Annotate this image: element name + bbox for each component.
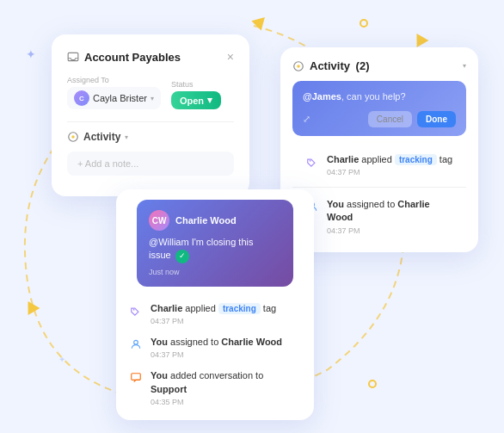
add-note-button[interactable]: + Add a note... bbox=[67, 152, 234, 176]
reply-time-0: 04:37 PM bbox=[327, 168, 452, 176]
svg-point-8 bbox=[310, 159, 311, 161]
assigned-avatar: C bbox=[74, 90, 89, 106]
bubble-text: @William I'm closing this issue ✓ bbox=[149, 236, 281, 263]
status-value: Open bbox=[180, 96, 204, 106]
status-chevron: ▾ bbox=[207, 95, 212, 106]
field-row: Assigned to C Cayla Brister ▾ Status Ope… bbox=[67, 76, 234, 109]
svg-point-7 bbox=[297, 65, 300, 68]
divider bbox=[67, 121, 234, 122]
bubble-handle: @William I'm closing this bbox=[149, 237, 253, 247]
activity-time-2: 04:35 PM bbox=[151, 398, 302, 406]
reply-activity-text-0: Charlie applied tracking tag bbox=[327, 153, 452, 166]
add-note-label: + Add a note... bbox=[77, 158, 138, 169]
activity-actor-2: You bbox=[151, 370, 168, 380]
reply-actor-1: You bbox=[327, 199, 344, 209]
reply-divider bbox=[292, 187, 466, 188]
message-text: , can you help? bbox=[341, 91, 406, 102]
activity-content-1: You assigned to Charlie Wood 04:37 PM bbox=[151, 336, 282, 359]
assigned-field: Assigned to C Cayla Brister ▾ bbox=[67, 76, 161, 109]
svg-rect-5 bbox=[132, 374, 141, 380]
reply-card-header: Activity (2) ▾ bbox=[292, 59, 466, 72]
reply-tag-icon-0 bbox=[304, 154, 320, 170]
reply-bubble-footer: ⤢ Cancel Done bbox=[303, 111, 456, 127]
activity-actor-1: You bbox=[151, 337, 168, 347]
activity-count: (2) bbox=[356, 59, 370, 72]
activity-target-1: Charlie Wood bbox=[221, 337, 282, 347]
payables-header-left: Account Payables bbox=[67, 51, 181, 64]
svg-point-2 bbox=[71, 135, 75, 139]
reply-activity-content-1: You assigned to Charlie Wood 04:37 PM bbox=[327, 198, 454, 235]
activity-label: Activity bbox=[310, 59, 350, 72]
activity-text-1: You assigned to Charlie Wood bbox=[151, 336, 282, 349]
bubble-name: Charlie Wood bbox=[175, 215, 237, 226]
activity-tag-0: tracking bbox=[218, 303, 261, 314]
activity-content-2: You added conversation to Support 04:35 … bbox=[151, 369, 302, 406]
tag-icon-0 bbox=[128, 303, 144, 319]
activity-item-2: You added conversation to Support 04:35 … bbox=[116, 364, 314, 411]
deco-arrow-right bbox=[411, 30, 429, 47]
bubble-avatar: CW bbox=[149, 210, 169, 231]
done-button[interactable]: Done bbox=[417, 111, 456, 127]
svg-point-4 bbox=[134, 340, 138, 344]
reply-activity-item-0: Charlie applied tracking tag 04:37 PM bbox=[292, 148, 466, 182]
reply-card-items: Charlie applied tracking tag 04:37 PM Yo… bbox=[292, 145, 466, 240]
deco-circle-top bbox=[360, 19, 368, 28]
activity-content-0: Charlie applied tracking tag 04:37 PM bbox=[151, 302, 276, 325]
expand-icon[interactable]: ⤢ bbox=[303, 114, 310, 125]
payables-title: Account Payables bbox=[84, 51, 181, 64]
activity-chevron: ▾ bbox=[125, 133, 128, 141]
activity-text-0: Charlie applied tracking tag bbox=[151, 302, 276, 315]
activity-section-header: Activity ▾ bbox=[67, 131, 234, 143]
reply-activity-icon bbox=[292, 60, 304, 72]
activity-time-0: 04:37 PM bbox=[151, 317, 276, 325]
bubble-header: CW Charlie Wood bbox=[149, 210, 281, 231]
check-badge: ✓ bbox=[175, 250, 189, 263]
reply-input-bubble[interactable]: @James, can you help? ⤢ Cancel Done bbox=[292, 81, 466, 136]
card-payables: Account Payables × Assigned to C Cayla B… bbox=[52, 34, 249, 196]
reply-activity-content-0: Charlie applied tracking tag 04:37 PM bbox=[327, 153, 452, 176]
reply-text[interactable]: @James, can you help? bbox=[303, 90, 456, 104]
bubble-name-group: Charlie Wood bbox=[175, 215, 237, 226]
reply-time-1: 04:37 PM bbox=[327, 226, 454, 235]
reply-activity-item-1: You assigned to Charlie Wood 04:37 PM bbox=[292, 193, 466, 240]
activity-title: Activity bbox=[83, 131, 120, 143]
card-activity-feed: CW Charlie Wood @William I'm closing thi… bbox=[116, 189, 314, 420]
status-label: Status bbox=[171, 80, 221, 89]
activity-target-2: Support bbox=[151, 384, 187, 394]
reply-header-left: Activity (2) bbox=[292, 59, 369, 72]
status-field: Status Open ▾ bbox=[171, 80, 221, 109]
deco-star-topleft: ✦ bbox=[26, 47, 36, 61]
status-badge[interactable]: Open ▾ bbox=[171, 91, 221, 109]
bubble-wrapper: CW Charlie Wood @William I'm closing thi… bbox=[116, 189, 314, 287]
deco-star-bottomleft: ✦ bbox=[58, 355, 65, 364]
close-button[interactable]: × bbox=[227, 50, 234, 64]
assigned-chevron: ▾ bbox=[151, 95, 154, 102]
svg-point-3 bbox=[133, 309, 135, 311]
activity-icon bbox=[67, 131, 79, 143]
activity-time-1: 04:37 PM bbox=[151, 350, 282, 359]
chat-icon-2 bbox=[128, 370, 144, 386]
activity-count-label: Activity (2) bbox=[310, 59, 369, 72]
mention-text: @James bbox=[303, 91, 341, 102]
reply-activity-text-1: You assigned to Charlie Wood bbox=[327, 198, 454, 225]
activity-item-0: Charlie applied tracking tag 04:37 PM bbox=[116, 297, 314, 331]
assigned-label: Assigned to bbox=[67, 76, 161, 84]
inbox-icon bbox=[67, 51, 79, 63]
activity-text-2: You added conversation to Support bbox=[151, 369, 302, 396]
deco-arrow-left bbox=[22, 298, 40, 315]
reply-actor-0: Charlie bbox=[327, 154, 359, 164]
activity-actor-0: Charlie bbox=[151, 303, 182, 313]
payables-header: Account Payables × bbox=[67, 50, 234, 64]
cancel-button[interactable]: Cancel bbox=[368, 111, 412, 127]
bubble-time: Just now bbox=[149, 268, 281, 276]
activity-item-1: You assigned to Charlie Wood 04:37 PM bbox=[116, 331, 314, 364]
reply-header-chevron[interactable]: ▾ bbox=[463, 62, 466, 70]
deco-arrow-top bbox=[251, 12, 269, 30]
assigned-name: Cayla Brister bbox=[93, 93, 147, 103]
person-icon-1 bbox=[128, 337, 144, 352]
reply-actions: Cancel Done bbox=[368, 111, 456, 127]
assigned-value[interactable]: C Cayla Brister ▾ bbox=[67, 87, 161, 109]
deco-circle-bottom bbox=[368, 380, 377, 388]
reply-tag-0: tracking bbox=[395, 154, 437, 165]
message-bubble: CW Charlie Wood @William I'm closing thi… bbox=[137, 200, 293, 287]
